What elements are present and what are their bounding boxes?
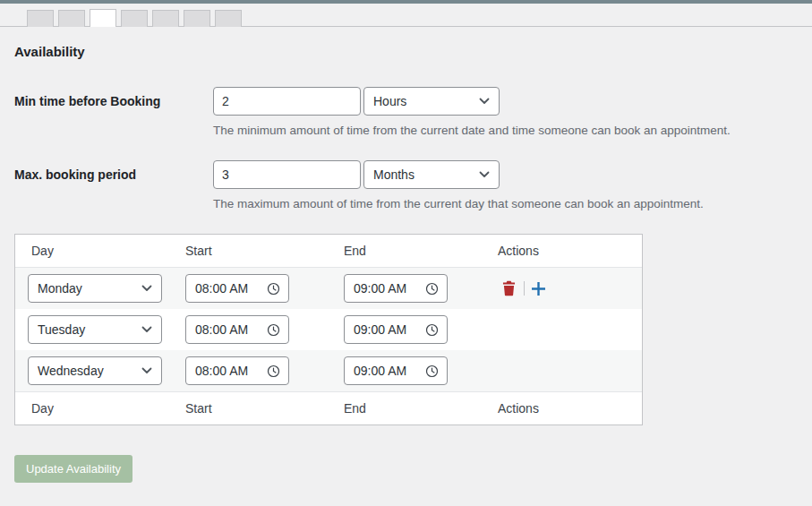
select-value: Hours xyxy=(373,94,406,108)
end-time-input[interactable]: 09:00 AM xyxy=(344,356,448,385)
clock-icon xyxy=(267,282,280,296)
nav-tab[interactable] xyxy=(27,10,54,27)
select-value: Months xyxy=(373,167,415,182)
form-row: Max. booking period Months The maximum a… xyxy=(14,160,798,210)
start-time-input[interactable]: 08:00 AM xyxy=(185,315,289,344)
nav-tab[interactable] xyxy=(121,10,148,27)
chevron-down-icon xyxy=(479,171,490,178)
clock-icon xyxy=(267,323,280,337)
start-time-value: 08:00 AM xyxy=(195,281,248,296)
plus-icon xyxy=(532,282,545,296)
chevron-down-icon xyxy=(141,326,152,333)
add-row-button[interactable] xyxy=(532,282,545,296)
actions-divider xyxy=(524,281,525,296)
help-text: The minimum amount of time from the curr… xyxy=(213,124,731,137)
start-time-value: 08:00 AM xyxy=(195,322,248,337)
chevron-down-icon xyxy=(141,367,152,374)
clock-icon xyxy=(425,323,439,337)
table-header-cell: Actions xyxy=(489,235,642,267)
trash-icon xyxy=(501,280,517,296)
table-header-cell: Day xyxy=(15,235,176,267)
nav-tab[interactable] xyxy=(90,9,116,27)
end-time-value: 09:00 AM xyxy=(354,364,406,378)
update-availability-button[interactable]: Update Availability xyxy=(14,455,132,483)
end-time-input[interactable]: 09:00 AM xyxy=(344,274,448,303)
table-row: Monday 08:00 AM xyxy=(15,268,642,309)
clock-icon xyxy=(425,364,439,378)
clock-icon xyxy=(425,282,439,296)
availability-table: DayStartEndActions Monday 08:00 AM xyxy=(14,234,643,425)
help-text: The maximum amount of time from the curr… xyxy=(213,197,704,210)
field-label: Min time before Booking xyxy=(14,87,213,137)
table-header-cell: End xyxy=(335,235,489,267)
duration-unit-select[interactable]: Months xyxy=(363,160,500,189)
table-footer-cell: Day xyxy=(15,392,176,425)
clock-icon xyxy=(267,364,280,378)
duration-value-input[interactable] xyxy=(213,160,361,189)
table-header-cell: Start xyxy=(176,235,335,267)
start-time-value: 08:00 AM xyxy=(195,364,248,378)
start-time-input[interactable]: 08:00 AM xyxy=(185,356,289,385)
table-footer-cell: Start xyxy=(176,392,335,425)
nav-tab[interactable] xyxy=(184,10,210,27)
start-time-input[interactable]: 08:00 AM xyxy=(185,274,289,303)
table-footer-row: DayStartEndActions xyxy=(15,391,642,425)
field-label: Max. booking period xyxy=(14,160,213,210)
table-footer-cell: End xyxy=(335,392,489,425)
page-title: Availability xyxy=(14,44,798,59)
duration-value-input[interactable] xyxy=(213,87,361,116)
end-time-input[interactable]: 09:00 AM xyxy=(344,315,448,344)
table-row: Tuesday 08:00 AM xyxy=(15,309,642,350)
form-row: Min time before Booking Hours The minimu… xyxy=(14,87,798,137)
availability-form: Min time before Booking Hours The minimu… xyxy=(14,87,798,210)
chevron-down-icon xyxy=(141,285,152,292)
chevron-down-icon xyxy=(479,98,490,105)
day-select[interactable]: Monday xyxy=(28,274,162,303)
nav-tab[interactable] xyxy=(215,10,242,27)
day-select[interactable]: Wednesday xyxy=(28,356,162,385)
tab-bar xyxy=(0,4,812,27)
day-select-value: Monday xyxy=(38,281,82,296)
table-header-row: DayStartEndActions xyxy=(15,235,642,268)
nav-tab[interactable] xyxy=(58,10,85,27)
delete-row-button[interactable] xyxy=(501,280,517,296)
end-time-value: 09:00 AM xyxy=(354,322,406,337)
end-time-value: 09:00 AM xyxy=(354,281,406,296)
day-select[interactable]: Tuesday xyxy=(28,315,162,344)
table-footer-cell: Actions xyxy=(489,392,642,425)
day-select-value: Wednesday xyxy=(38,364,104,378)
table-body: Monday 08:00 AM xyxy=(15,268,642,391)
duration-unit-select[interactable]: Hours xyxy=(363,87,500,116)
main-content: Availability Min time before Booking Hou… xyxy=(0,44,812,483)
day-select-value: Tuesday xyxy=(38,322,85,337)
nav-tab[interactable] xyxy=(152,10,179,27)
table-row: Wednesday 08:00 AM xyxy=(15,350,642,391)
